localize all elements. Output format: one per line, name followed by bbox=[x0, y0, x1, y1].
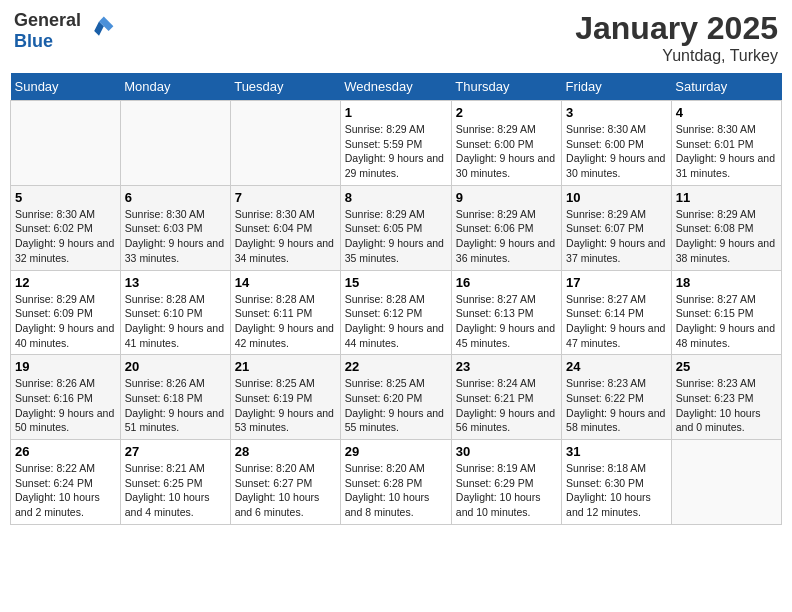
day-number: 10 bbox=[566, 190, 667, 205]
day-number: 18 bbox=[676, 275, 777, 290]
day-content: Sunrise: 8:30 AMSunset: 6:04 PMDaylight:… bbox=[235, 207, 336, 266]
calendar-cell: 3Sunrise: 8:30 AMSunset: 6:00 PMDaylight… bbox=[562, 101, 672, 186]
day-number: 15 bbox=[345, 275, 447, 290]
day-number: 23 bbox=[456, 359, 557, 374]
page-header: General Blue January 2025 Yuntdag, Turke… bbox=[10, 10, 782, 65]
logo: General Blue bbox=[14, 10, 115, 52]
day-number: 3 bbox=[566, 105, 667, 120]
calendar-cell bbox=[11, 101, 121, 186]
calendar-cell: 2Sunrise: 8:29 AMSunset: 6:00 PMDaylight… bbox=[451, 101, 561, 186]
day-number: 25 bbox=[676, 359, 777, 374]
calendar-cell: 1Sunrise: 8:29 AMSunset: 5:59 PMDaylight… bbox=[340, 101, 451, 186]
day-number: 7 bbox=[235, 190, 336, 205]
calendar-cell: 15Sunrise: 8:28 AMSunset: 6:12 PMDayligh… bbox=[340, 270, 451, 355]
calendar-header-row: SundayMondayTuesdayWednesdayThursdayFrid… bbox=[11, 73, 782, 101]
day-content: Sunrise: 8:22 AMSunset: 6:24 PMDaylight:… bbox=[15, 461, 116, 520]
header-friday: Friday bbox=[562, 73, 672, 101]
calendar-week-2: 5Sunrise: 8:30 AMSunset: 6:02 PMDaylight… bbox=[11, 185, 782, 270]
day-content: Sunrise: 8:25 AMSunset: 6:20 PMDaylight:… bbox=[345, 376, 447, 435]
calendar-cell: 14Sunrise: 8:28 AMSunset: 6:11 PMDayligh… bbox=[230, 270, 340, 355]
calendar-cell: 12Sunrise: 8:29 AMSunset: 6:09 PMDayligh… bbox=[11, 270, 121, 355]
day-content: Sunrise: 8:29 AMSunset: 6:08 PMDaylight:… bbox=[676, 207, 777, 266]
calendar-cell: 27Sunrise: 8:21 AMSunset: 6:25 PMDayligh… bbox=[120, 440, 230, 525]
calendar-week-4: 19Sunrise: 8:26 AMSunset: 6:16 PMDayligh… bbox=[11, 355, 782, 440]
calendar-cell: 31Sunrise: 8:18 AMSunset: 6:30 PMDayligh… bbox=[562, 440, 672, 525]
calendar-cell: 29Sunrise: 8:20 AMSunset: 6:28 PMDayligh… bbox=[340, 440, 451, 525]
day-content: Sunrise: 8:30 AMSunset: 6:01 PMDaylight:… bbox=[676, 122, 777, 181]
day-content: Sunrise: 8:20 AMSunset: 6:27 PMDaylight:… bbox=[235, 461, 336, 520]
day-number: 24 bbox=[566, 359, 667, 374]
calendar-cell: 10Sunrise: 8:29 AMSunset: 6:07 PMDayligh… bbox=[562, 185, 672, 270]
calendar-cell: 9Sunrise: 8:29 AMSunset: 6:06 PMDaylight… bbox=[451, 185, 561, 270]
day-number: 20 bbox=[125, 359, 226, 374]
day-number: 29 bbox=[345, 444, 447, 459]
day-content: Sunrise: 8:30 AMSunset: 6:00 PMDaylight:… bbox=[566, 122, 667, 181]
calendar-cell: 24Sunrise: 8:23 AMSunset: 6:22 PMDayligh… bbox=[562, 355, 672, 440]
calendar-week-5: 26Sunrise: 8:22 AMSunset: 6:24 PMDayligh… bbox=[11, 440, 782, 525]
header-wednesday: Wednesday bbox=[340, 73, 451, 101]
logo-icon bbox=[83, 15, 115, 47]
day-number: 19 bbox=[15, 359, 116, 374]
day-content: Sunrise: 8:19 AMSunset: 6:29 PMDaylight:… bbox=[456, 461, 557, 520]
day-content: Sunrise: 8:28 AMSunset: 6:11 PMDaylight:… bbox=[235, 292, 336, 351]
day-number: 5 bbox=[15, 190, 116, 205]
day-number: 13 bbox=[125, 275, 226, 290]
calendar-cell: 11Sunrise: 8:29 AMSunset: 6:08 PMDayligh… bbox=[671, 185, 781, 270]
day-number: 26 bbox=[15, 444, 116, 459]
page-subtitle: Yuntdag, Turkey bbox=[575, 47, 778, 65]
calendar-cell: 22Sunrise: 8:25 AMSunset: 6:20 PMDayligh… bbox=[340, 355, 451, 440]
day-content: Sunrise: 8:23 AMSunset: 6:22 PMDaylight:… bbox=[566, 376, 667, 435]
calendar-week-1: 1Sunrise: 8:29 AMSunset: 5:59 PMDaylight… bbox=[11, 101, 782, 186]
logo-text: General Blue bbox=[14, 10, 81, 52]
title-block: January 2025 Yuntdag, Turkey bbox=[575, 10, 778, 65]
day-content: Sunrise: 8:29 AMSunset: 6:05 PMDaylight:… bbox=[345, 207, 447, 266]
day-number: 22 bbox=[345, 359, 447, 374]
logo-blue: Blue bbox=[14, 31, 53, 51]
day-content: Sunrise: 8:20 AMSunset: 6:28 PMDaylight:… bbox=[345, 461, 447, 520]
page-title: January 2025 bbox=[575, 10, 778, 47]
calendar-cell: 7Sunrise: 8:30 AMSunset: 6:04 PMDaylight… bbox=[230, 185, 340, 270]
day-content: Sunrise: 8:29 AMSunset: 6:00 PMDaylight:… bbox=[456, 122, 557, 181]
calendar-cell bbox=[671, 440, 781, 525]
day-content: Sunrise: 8:29 AMSunset: 6:07 PMDaylight:… bbox=[566, 207, 667, 266]
day-number: 2 bbox=[456, 105, 557, 120]
day-number: 14 bbox=[235, 275, 336, 290]
day-content: Sunrise: 8:29 AMSunset: 5:59 PMDaylight:… bbox=[345, 122, 447, 181]
calendar-cell: 18Sunrise: 8:27 AMSunset: 6:15 PMDayligh… bbox=[671, 270, 781, 355]
day-content: Sunrise: 8:28 AMSunset: 6:12 PMDaylight:… bbox=[345, 292, 447, 351]
calendar-table: SundayMondayTuesdayWednesdayThursdayFrid… bbox=[10, 73, 782, 525]
calendar-cell: 30Sunrise: 8:19 AMSunset: 6:29 PMDayligh… bbox=[451, 440, 561, 525]
day-number: 8 bbox=[345, 190, 447, 205]
day-content: Sunrise: 8:29 AMSunset: 6:09 PMDaylight:… bbox=[15, 292, 116, 351]
calendar-cell: 17Sunrise: 8:27 AMSunset: 6:14 PMDayligh… bbox=[562, 270, 672, 355]
day-content: Sunrise: 8:24 AMSunset: 6:21 PMDaylight:… bbox=[456, 376, 557, 435]
day-content: Sunrise: 8:30 AMSunset: 6:03 PMDaylight:… bbox=[125, 207, 226, 266]
day-content: Sunrise: 8:23 AMSunset: 6:23 PMDaylight:… bbox=[676, 376, 777, 435]
day-number: 31 bbox=[566, 444, 667, 459]
header-saturday: Saturday bbox=[671, 73, 781, 101]
header-monday: Monday bbox=[120, 73, 230, 101]
calendar-cell bbox=[230, 101, 340, 186]
day-number: 6 bbox=[125, 190, 226, 205]
calendar-cell: 8Sunrise: 8:29 AMSunset: 6:05 PMDaylight… bbox=[340, 185, 451, 270]
day-content: Sunrise: 8:27 AMSunset: 6:15 PMDaylight:… bbox=[676, 292, 777, 351]
calendar-cell: 21Sunrise: 8:25 AMSunset: 6:19 PMDayligh… bbox=[230, 355, 340, 440]
calendar-cell: 4Sunrise: 8:30 AMSunset: 6:01 PMDaylight… bbox=[671, 101, 781, 186]
calendar-cell: 13Sunrise: 8:28 AMSunset: 6:10 PMDayligh… bbox=[120, 270, 230, 355]
calendar-cell: 20Sunrise: 8:26 AMSunset: 6:18 PMDayligh… bbox=[120, 355, 230, 440]
calendar-cell: 26Sunrise: 8:22 AMSunset: 6:24 PMDayligh… bbox=[11, 440, 121, 525]
day-number: 11 bbox=[676, 190, 777, 205]
header-tuesday: Tuesday bbox=[230, 73, 340, 101]
calendar-cell: 16Sunrise: 8:27 AMSunset: 6:13 PMDayligh… bbox=[451, 270, 561, 355]
header-sunday: Sunday bbox=[11, 73, 121, 101]
calendar-cell: 28Sunrise: 8:20 AMSunset: 6:27 PMDayligh… bbox=[230, 440, 340, 525]
calendar-cell: 23Sunrise: 8:24 AMSunset: 6:21 PMDayligh… bbox=[451, 355, 561, 440]
day-content: Sunrise: 8:26 AMSunset: 6:18 PMDaylight:… bbox=[125, 376, 226, 435]
logo-general: General bbox=[14, 10, 81, 30]
day-number: 30 bbox=[456, 444, 557, 459]
day-content: Sunrise: 8:25 AMSunset: 6:19 PMDaylight:… bbox=[235, 376, 336, 435]
day-content: Sunrise: 8:18 AMSunset: 6:30 PMDaylight:… bbox=[566, 461, 667, 520]
day-number: 28 bbox=[235, 444, 336, 459]
calendar-cell: 25Sunrise: 8:23 AMSunset: 6:23 PMDayligh… bbox=[671, 355, 781, 440]
day-number: 4 bbox=[676, 105, 777, 120]
